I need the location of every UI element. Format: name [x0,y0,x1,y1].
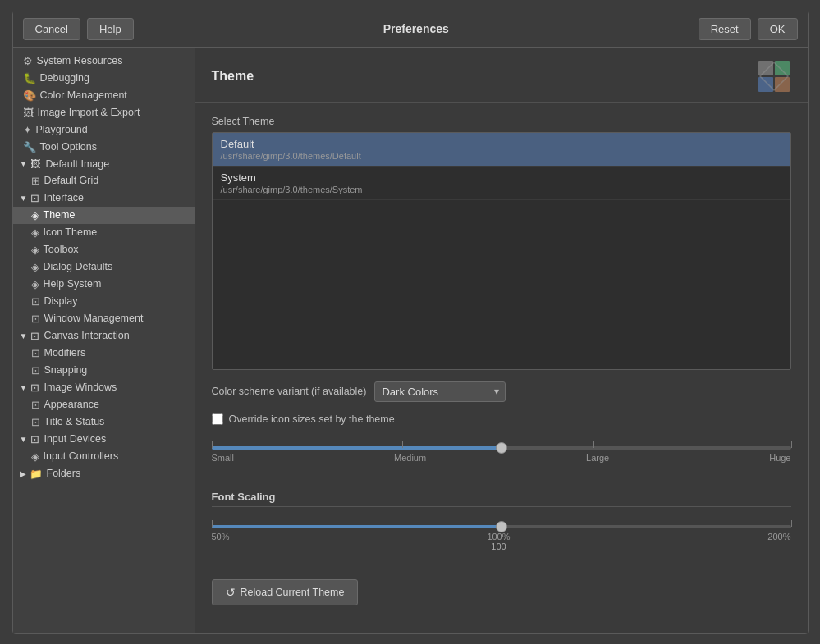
sidebar-item-playground[interactable]: ✦Playground [13,121,195,139]
sidebar-label-system-resources: System Resources [37,55,123,66]
sidebar-item-color-management[interactable]: 🎨Color Management [13,87,195,104]
sidebar-label-display: Display [44,295,78,307]
sidebar-group-interface[interactable]: ▼⊡Interface [13,190,195,207]
svg-rect-1 [775,61,790,75]
font-scaling-mid-group: 100% 100 [487,532,510,551]
font-label-100-pct: 100% [487,532,510,541]
sidebar-label-debugging: Debugging [40,72,89,84]
help-system-icon: ◈ [31,278,39,290]
sidebar-item-help-system[interactable]: ◈Help System [13,276,195,293]
sidebar-label-default-grid: Default Grid [44,175,99,186]
canvas-interaction-icon: ⊡ [30,330,39,342]
ok-button[interactable]: OK [758,18,798,40]
theme-item-default[interactable]: Default/usr/share/gimp/3.0/themes/Defaul… [213,133,790,167]
icon-size-label-medium: Medium [394,453,426,463]
reload-icon: ↺ [226,586,236,599]
theme-icon [757,59,791,94]
color-scheme-dropdown[interactable]: Dark ColorsLight ColorsSystem [374,381,506,402]
sidebar-label-toolbox: Toolbox [44,244,79,255]
font-scaling-slider-fill [212,525,502,528]
icon-size-slider-track [212,446,791,450]
reload-current-theme-button[interactable]: ↺ Reload Current Theme [212,579,359,605]
input-controllers-icon: ◈ [31,450,39,463]
theme-list[interactable]: Default/usr/share/gimp/3.0/themes/Defaul… [212,132,791,370]
sidebar-item-debugging[interactable]: 🐛Debugging [13,70,195,87]
dialog-defaults-icon: ◈ [31,261,39,273]
color-management-icon: 🎨 [23,89,36,102]
svg-rect-0 [758,61,773,75]
sidebar-label-snapping: Snapping [44,364,88,376]
font-scaling-slider-track [212,525,791,528]
sidebar-label-canvas-interaction: Canvas Interaction [44,330,129,341]
sidebar: ⚙System Resources🐛Debugging🎨Color Manage… [13,48,195,633]
override-icon-sizes-label[interactable]: Override icon sizes set by the theme [229,413,395,425]
font-scaling-slider-thumb[interactable] [496,521,507,532]
reset-button[interactable]: Reset [699,18,751,40]
sidebar-group-image-windows[interactable]: ▼⊡Image Windows [13,379,195,396]
main-panel: Theme Select Theme [195,48,808,633]
theme-item-system[interactable]: System/usr/share/gimp/3.0/themes/System [213,167,790,200]
sidebar-item-modifiers[interactable]: ⊡Modifiers [13,345,195,362]
canvas-interaction-arrow-icon: ▼ [20,331,28,340]
sidebar-group-canvas-interaction[interactable]: ▼⊡Canvas Interaction [13,327,195,345]
titlebar: Cancel Help Preferences Reset OK [13,11,808,48]
image-windows-icon: ⊡ [30,381,39,394]
color-scheme-row: Color scheme variant (if available) Dark… [212,381,791,402]
interface-arrow-icon: ▼ [20,194,28,203]
window-title: Preferences [140,22,692,35]
sidebar-label-default-image: Default Image [45,158,109,170]
sidebar-item-tool-options[interactable]: 🔧Tool Options [13,139,195,156]
sidebar-item-toolbox[interactable]: ◈Toolbox [13,241,195,258]
sidebar-item-system-resources[interactable]: ⚙System Resources [13,53,195,70]
sidebar-item-snapping[interactable]: ⊡Snapping [13,362,195,379]
cancel-button[interactable]: Cancel [23,18,80,40]
display-icon: ⊡ [31,295,40,308]
sidebar-item-title-status[interactable]: ⊡Title & Status [13,413,195,431]
sidebar-group-folders[interactable]: ▶📁Folders [13,465,195,482]
icon-size-label-small: Small [212,453,235,463]
help-button[interactable]: Help [87,18,134,40]
sidebar-label-dialog-defaults: Dialog Defaults [44,261,113,272]
default-image-arrow-icon: ▼ [20,159,28,168]
toolbox-icon: ◈ [31,244,39,256]
sidebar-label-playground: Playground [36,124,88,135]
icon-size-slider-thumb[interactable] [496,442,507,454]
sidebar-group-input-devices[interactable]: ▼⊡Input Devices [13,431,195,448]
sidebar-label-modifiers: Modifiers [44,347,86,359]
svg-rect-3 [775,77,790,92]
panel-title: Theme [212,69,254,84]
sidebar-item-icon-theme[interactable]: ◈Icon Theme [13,224,195,241]
sidebar-item-image-import-export[interactable]: 🖼Image Import & Export [13,104,195,121]
sidebar-item-theme[interactable]: ◈Theme [13,207,195,224]
sidebar-item-display[interactable]: ⊡Display [13,293,195,310]
override-icon-sizes-checkbox[interactable] [212,413,223,425]
sidebar-label-title-status: Title & Status [44,416,105,427]
sidebar-label-tool-options: Tool Options [40,141,97,153]
icon-size-slider-fill [212,446,502,450]
panel-body: Select Theme Default/usr/share/gimp/3.0/… [195,103,808,633]
icon-size-slider-container: Small Medium Large Huge [212,436,791,479]
sidebar-label-input-controllers: Input Controllers [44,450,119,462]
image-windows-arrow-icon: ▼ [20,383,28,392]
icon-theme-icon: ◈ [31,226,39,239]
modifiers-icon: ⊡ [31,347,40,359]
content-area: ⚙System Resources🐛Debugging🎨Color Manage… [13,48,808,633]
tick-medium [402,441,403,448]
sidebar-item-input-controllers[interactable]: ◈Input Controllers [13,448,195,465]
reload-section: ↺ Reload Current Theme [212,579,791,605]
reload-btn-label: Reload Current Theme [241,587,345,598]
theme-icon: ◈ [31,209,39,222]
sidebar-item-dialog-defaults[interactable]: ◈Dialog Defaults [13,258,195,276]
override-icon-sizes-row: Override icon sizes set by the theme [212,413,791,425]
sidebar-label-window-management: Window Management [44,313,144,324]
input-devices-icon: ⊡ [30,433,39,445]
sidebar-item-default-grid[interactable]: ⊞Default Grid [13,172,195,190]
theme-path-default: /usr/share/gimp/3.0/themes/Default [221,151,782,161]
sidebar-group-default-image[interactable]: ▼🖼Default Image [13,156,195,172]
panel-header: Theme [195,48,808,103]
system-resources-icon: ⚙ [23,55,33,67]
sidebar-item-appearance[interactable]: ⊡Appearance [13,396,195,413]
sidebar-label-image-windows: Image Windows [44,381,117,393]
sidebar-item-window-management[interactable]: ⊡Window Management [13,310,195,327]
icon-size-label-huge: Huge [769,453,790,463]
